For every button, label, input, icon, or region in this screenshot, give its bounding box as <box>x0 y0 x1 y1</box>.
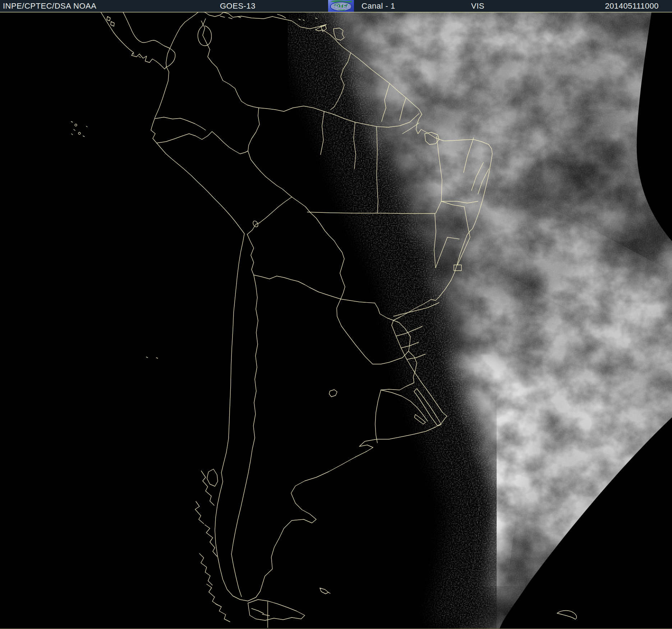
satellite-name-label: GOES-13 <box>220 1 256 11</box>
product-source-label: INPE/CPTEC/DSA <box>3 1 71 11</box>
band-label: VIS <box>471 1 484 11</box>
satellite-image <box>0 12 672 629</box>
satellite-product-view: INPE/CPTEC/DSA NOAA GOES-13 CPTEC Canal … <box>0 0 672 629</box>
logo-text: CPTEC <box>331 4 351 10</box>
header-bar: INPE/CPTEC/DSA NOAA GOES-13 CPTEC Canal … <box>0 0 672 12</box>
terminator-dither <box>273 12 525 629</box>
satellite-image-canvas <box>0 12 672 629</box>
cptec-logo-icon: CPTEC <box>328 0 354 12</box>
agency-label: NOAA <box>73 1 96 11</box>
channel-label: Canal - 1 <box>362 1 395 11</box>
timestamp-label: 201405111000 <box>605 1 659 11</box>
